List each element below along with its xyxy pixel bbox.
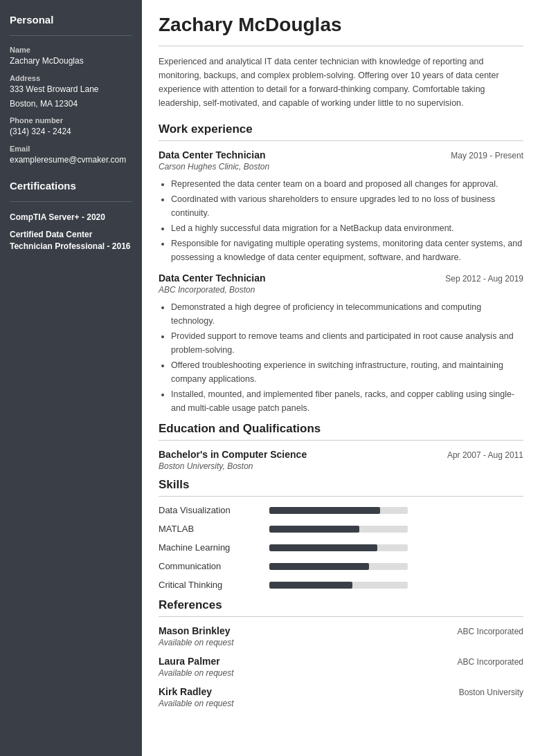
skills-divider: [159, 496, 523, 497]
summary-text: Experienced and analytical IT data cente…: [159, 55, 523, 110]
resume-name: Zachary McDouglas: [159, 14, 523, 36]
skill-row-3: Communication: [159, 561, 523, 571]
skill-bar-bg-1: [269, 526, 408, 533]
references-divider: [159, 616, 523, 617]
job-2-bullets: Demonstrated a high degree of proficienc…: [159, 300, 523, 415]
job-2-org: ABC Incorporated, Boston: [159, 285, 523, 295]
ref-row-0: Mason Brinkley ABC Incorporated: [159, 625, 523, 636]
edu-1-degree: Bachelor's in Computer Science: [159, 449, 307, 460]
skill-bar-bg-2: [269, 544, 408, 551]
job-2-header: Data Center Technician Sep 2012 - Aug 20…: [159, 273, 523, 284]
address-line2: Boston, MA 12304: [10, 98, 132, 110]
ref-avail-2: Available on request: [159, 699, 523, 708]
list-item: Represented the data center team on a bo…: [171, 177, 523, 191]
job-1-org: Carson Hughes Clinic, Boston: [159, 162, 523, 172]
edu-divider: [159, 440, 523, 441]
edu-1-org: Boston University, Boston: [159, 461, 523, 471]
name-value: Zachary McDouglas: [10, 55, 132, 67]
education-title: Education and Qualifications: [159, 422, 523, 436]
job-1-header: Data Center Technician May 2019 - Presen…: [159, 149, 523, 160]
ref-row-1: Laura Palmer ABC Incorporated: [159, 656, 523, 667]
skill-row-2: Machine Learning: [159, 542, 523, 553]
edu-1-header: Bachelor's in Computer Science Apr 2007 …: [159, 449, 523, 460]
references-title: References: [159, 598, 523, 612]
skill-name-0: Data Visualization: [159, 505, 269, 515]
address-label: Address: [10, 74, 132, 82]
skill-bar-fill-0: [269, 507, 380, 514]
address-line1: 333 West Broward Lane: [10, 84, 132, 95]
cert1: CompTIA Server+ - 2020: [10, 212, 132, 223]
skill-bar-bg-3: [269, 563, 408, 570]
email-label: Email: [10, 145, 132, 153]
skill-bar-bg-4: [269, 582, 408, 589]
references-list: Mason Brinkley ABC Incorporated Availabl…: [159, 625, 523, 708]
skill-name-3: Communication: [159, 561, 269, 571]
skill-row-0: Data Visualization: [159, 505, 523, 515]
email-value: exampleresume@cvmaker.com: [10, 154, 132, 166]
job-1-date: May 2019 - Present: [451, 151, 523, 160]
list-item: Provided support to remove teams and cli…: [171, 329, 523, 357]
list-item: Installed, mounted, and implemented fibe…: [171, 387, 523, 415]
sidebar-divider-1: [10, 35, 132, 36]
ref-avail-0: Available on request: [159, 638, 523, 647]
job-1-bullets: Represented the data center team on a bo…: [159, 177, 523, 264]
ref-org-0: ABC Incorporated: [458, 627, 523, 636]
list-item: Responsible for navigating multiple oper…: [171, 237, 523, 264]
skill-bar-fill-4: [269, 582, 352, 589]
edu-1-date: Apr 2007 - Aug 2011: [447, 450, 523, 460]
ref-org-1: ABC Incorporated: [458, 657, 523, 667]
skills-list: Data Visualization MATLAB Machine Learni…: [159, 505, 523, 590]
skills-title: Skills: [159, 478, 523, 492]
skill-name-4: Critical Thinking: [159, 580, 269, 590]
cert2: Certified Data Center Technician Profess…: [10, 229, 132, 252]
skill-row-4: Critical Thinking: [159, 580, 523, 590]
list-item: Coordinated with various shareholders to…: [171, 192, 523, 220]
list-item: Offered troubleshooting experience in sw…: [171, 358, 523, 386]
main-divider-top: [159, 46, 523, 46]
skill-bar-fill-2: [269, 544, 377, 551]
ref-name-0: Mason Brinkley: [159, 625, 230, 636]
skill-name-1: MATLAB: [159, 524, 269, 534]
skill-bar-fill-3: [269, 563, 369, 570]
list-item: Led a highly successful data migration f…: [171, 221, 523, 235]
name-label: Name: [10, 46, 132, 54]
phone-value: (314) 324 - 2424: [10, 126, 132, 138]
ref-name-2: Kirk Radley: [159, 686, 212, 697]
sidebar-divider-2: [10, 201, 132, 202]
phone-label: Phone number: [10, 116, 132, 125]
ref-row-2: Kirk Radley Boston University: [159, 686, 523, 697]
ref-name-1: Laura Palmer: [159, 656, 220, 667]
job-1-title: Data Center Technician: [159, 149, 266, 160]
work-experience-title: Work experience: [159, 122, 523, 136]
ref-org-2: Boston University: [459, 688, 523, 697]
skill-name-2: Machine Learning: [159, 542, 269, 553]
job-2-title: Data Center Technician: [159, 273, 266, 284]
skill-bar-bg-0: [269, 507, 408, 514]
personal-section-title: Personal: [10, 14, 132, 26]
main-content: Zachary McDouglas Experienced and analyt…: [142, 0, 540, 756]
list-item: Demonstrated a high degree of proficienc…: [171, 300, 523, 328]
job-2-date: Sep 2012 - Aug 2019: [445, 274, 523, 284]
work-divider: [159, 140, 523, 141]
certs-section-title: Certifications: [10, 180, 132, 192]
ref-avail-1: Available on request: [159, 668, 523, 678]
skill-row-1: MATLAB: [159, 524, 523, 534]
sidebar: Personal Name Zachary McDouglas Address …: [0, 0, 142, 756]
skill-bar-fill-1: [269, 526, 359, 533]
